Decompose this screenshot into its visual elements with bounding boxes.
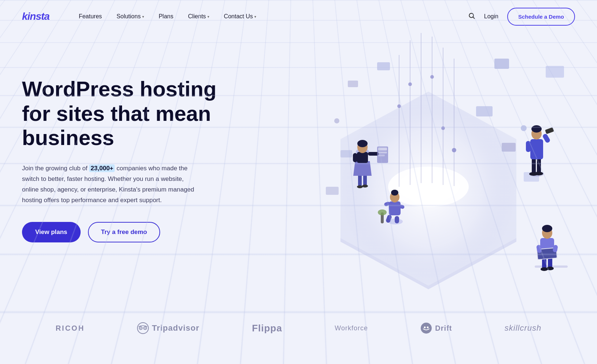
svg-point-57 [534,172,543,175]
chevron-down-icon: ▾ [254,15,256,19]
client-ricoh: RICOH [56,324,85,333]
svg-point-62 [531,125,542,133]
chevron-down-icon: ▾ [142,15,144,19]
svg-point-32 [362,185,368,187]
svg-point-80 [145,328,146,329]
nav-solutions[interactable]: Solutions ▾ [117,13,144,20]
clients-bar: RICOH Tripadvisor Flippa Workforce [0,308,597,349]
svg-point-12 [397,104,401,108]
hero-title: WordPress hosting for sites that mean bu… [22,77,220,150]
svg-point-15 [441,126,445,130]
svg-rect-59 [526,141,531,152]
svg-rect-25 [326,187,339,195]
svg-point-79 [140,328,141,329]
svg-rect-46 [389,201,401,215]
try-free-demo-button[interactable]: Try a free demo [88,222,161,242]
svg-rect-35 [353,153,357,162]
client-skillcrush: skillcrush [505,323,541,333]
svg-rect-55 [537,157,541,174]
svg-rect-45 [395,216,399,223]
svg-rect-22 [502,143,516,152]
svg-rect-23 [340,150,352,157]
client-workforce: Workforce [335,324,368,332]
hero-illustration [267,33,597,319]
client-tripadvisor: Tripadvisor [137,322,199,334]
hero-buttons: View plans Try a free demo [22,222,242,242]
svg-marker-33 [353,161,372,176]
svg-point-27 [334,118,339,123]
chevron-down-icon: ▾ [207,15,209,19]
login-link[interactable]: Login [484,13,498,20]
svg-rect-54 [532,157,536,174]
svg-rect-18 [546,66,564,78]
schedule-demo-button[interactable]: Schedule a Demo [507,8,575,26]
svg-point-16 [452,148,456,152]
svg-rect-42 [378,155,385,156]
svg-rect-40 [378,148,387,151]
highlight-number: 23,000+ [89,164,115,172]
svg-rect-21 [476,106,493,116]
svg-rect-20 [348,81,358,87]
svg-rect-19 [377,62,390,70]
nav-clients[interactable]: Clients ▾ [188,13,209,20]
hero-section: WordPress hosting for sites that mean bu… [0,33,597,308]
client-drift: Drift [420,322,452,334]
svg-rect-58 [530,139,543,159]
svg-rect-17 [494,59,509,69]
hero-content: WordPress hosting for sites that mean bu… [22,55,242,242]
svg-rect-29 [358,174,362,187]
svg-rect-34 [357,152,368,163]
svg-rect-63 [545,127,554,134]
search-icon[interactable] [468,12,475,21]
svg-rect-60 [542,133,551,144]
svg-point-68 [546,267,554,270]
svg-line-1 [473,17,475,18]
tripadvisor-icon [137,322,149,334]
client-flippa: Flippa [252,323,282,334]
nav-features[interactable]: Features [79,13,102,20]
svg-rect-41 [378,152,387,153]
svg-point-52 [378,209,387,215]
svg-point-81 [421,323,432,334]
svg-point-5 [397,171,460,202]
svg-point-50 [391,190,398,196]
svg-point-13 [408,82,412,86]
navigation: kinsta Features Solutions ▾ Plans Client… [0,0,597,33]
nav-contact-us[interactable]: Contact Us ▾ [224,13,256,20]
svg-point-83 [427,327,429,328]
svg-point-38 [357,140,368,147]
svg-point-75 [542,225,552,232]
drift-icon [420,322,432,334]
svg-point-82 [424,327,426,328]
svg-point-14 [430,75,434,79]
nav-plans[interactable]: Plans [159,13,173,20]
view-plans-button[interactable]: View plans [22,222,81,242]
svg-point-31 [357,185,363,188]
nav-right: Login Schedule a Demo [468,8,575,26]
nav-links: Features Solutions ▾ Plans Clients ▾ Con… [79,13,468,20]
logo[interactable]: kinsta [22,11,49,22]
svg-point-26 [521,125,527,131]
hero-description: Join the growing club of 23,000+ compani… [22,163,202,206]
